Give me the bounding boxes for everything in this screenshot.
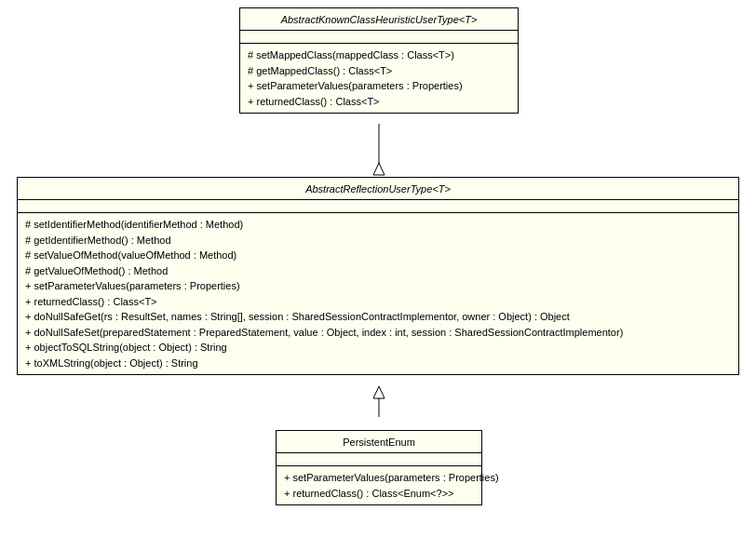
method-item: + toXMLString(object : Object) : String: [25, 356, 731, 371]
method-item: + setParameterValues(parameters : Proper…: [248, 78, 510, 94]
persistent-enum-class-box: PersistentEnum + setParameterValues(para…: [276, 430, 482, 505]
abstract-known-class-header: AbstractKnownClassHeuristicUserType<T>: [240, 8, 518, 31]
abstract-reflection-empty-section: [18, 200, 738, 213]
abstract-known-class-title: AbstractKnownClassHeuristicUserType<T>: [281, 14, 478, 25]
abstract-reflection-class-title: AbstractReflectionUserType<T>: [305, 183, 451, 195]
method-item: + objectToSQLString(object : Object) : S…: [25, 340, 731, 356]
diagram-container: AbstractKnownClassHeuristicUserType<T> #…: [0, 0, 756, 551]
method-item: # getValueOfMethod() : Method: [25, 263, 731, 279]
method-item: # getIdentifierMethod() : Method: [25, 233, 731, 249]
abstract-reflection-class-body: # setIdentifierMethod(identifierMethod :…: [18, 213, 738, 374]
method-item: # getMappedClass() : Class<T>: [248, 63, 510, 79]
persistent-enum-class-body: + setParameterValues(parameters : Proper…: [277, 466, 481, 504]
method-item: + setParameterValues(parameters : Proper…: [25, 278, 731, 294]
method-item: + doNullSafeSet(preparedStatement : Prep…: [25, 325, 731, 341]
method-item: # setMappedClass(mappedClass : Class<T>): [248, 47, 510, 63]
abstract-reflection-class-box: AbstractReflectionUserType<T> # setIdent…: [17, 177, 739, 375]
abstract-known-class-box: AbstractKnownClassHeuristicUserType<T> #…: [239, 7, 519, 114]
method-item: + returnedClass() : Class<Enum<?>>: [284, 486, 474, 502]
svg-marker-1: [373, 163, 385, 175]
abstract-known-empty-section: [240, 31, 518, 44]
persistent-enum-class-title: PersistentEnum: [343, 437, 415, 448]
method-item: + doNullSafeGet(rs : ResultSet, names : …: [25, 309, 731, 325]
method-item: + setParameterValues(parameters : Proper…: [284, 470, 474, 486]
method-item: + returnedClass() : Class<T>: [25, 294, 731, 310]
method-item: # setValueOfMethod(valueOfMethod : Metho…: [25, 248, 731, 263]
method-item: + returnedClass() : Class<T>: [248, 94, 510, 110]
abstract-reflection-class-header: AbstractReflectionUserType<T>: [18, 178, 738, 200]
svg-marker-3: [373, 386, 385, 398]
method-item: # setIdentifierMethod(identifierMethod :…: [25, 217, 731, 233]
persistent-enum-empty-section: [277, 453, 481, 466]
abstract-known-class-body: # setMappedClass(mappedClass : Class<T>)…: [240, 44, 518, 113]
persistent-enum-class-header: PersistentEnum: [277, 431, 481, 453]
